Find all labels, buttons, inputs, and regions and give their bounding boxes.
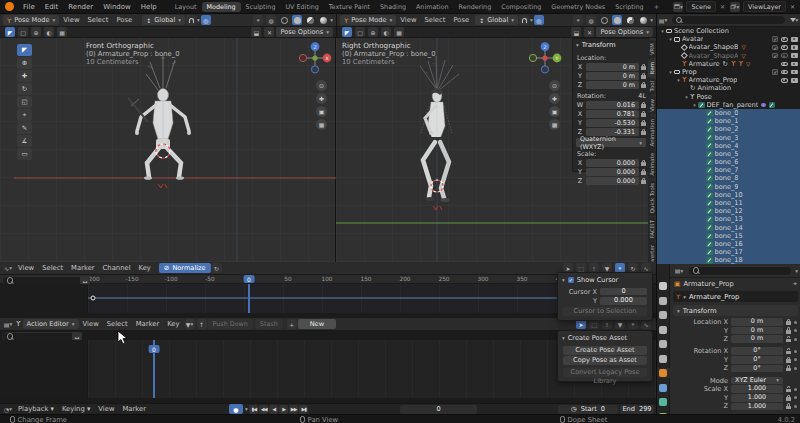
nav-gizmo-front[interactable]: X Z bbox=[297, 42, 333, 76]
sidebar-tab-vrm[interactable]: VRM bbox=[648, 40, 656, 58]
toolbar-tool-6[interactable]: ✎ bbox=[17, 122, 32, 134]
outliner-item-def_fan_parent[interactable]: ▾DEF_fan_parent bbox=[657, 101, 800, 109]
outliner-item-bone_3[interactable]: bone_3 bbox=[657, 133, 800, 141]
proportional-editing-icon[interactable]: ◎ bbox=[201, 15, 211, 25]
transform-orientation-dropdown[interactable]: ↕Global▾ bbox=[142, 15, 185, 25]
tool-settings-icon-1[interactable]: ▢ bbox=[18, 27, 28, 37]
property-field[interactable]: 0 m bbox=[731, 318, 783, 326]
cursor-y-field[interactable]: 0.000 bbox=[600, 297, 647, 305]
lock-icon[interactable] bbox=[786, 321, 791, 325]
jump-to-end-button[interactable]: ▶▮ bbox=[299, 405, 308, 414]
frame-start-field[interactable]: ◷ Start0 bbox=[558, 405, 618, 414]
output-properties-tab[interactable] bbox=[657, 310, 670, 320]
scene-properties-tab[interactable] bbox=[657, 339, 670, 349]
lock-icon[interactable] bbox=[786, 397, 791, 401]
tool-settings-icon-0[interactable]: ◤ bbox=[5, 27, 15, 37]
new-action-plus-icon[interactable]: + bbox=[287, 319, 297, 329]
browse-scene-icon[interactable]: 🗔▾ bbox=[673, 2, 683, 12]
workspace-tab-texture-paint[interactable]: Texture Paint bbox=[324, 2, 375, 12]
properties-search-input[interactable] bbox=[688, 266, 792, 276]
lock-icon[interactable] bbox=[641, 180, 646, 184]
timeline-menu-keying[interactable]: Keying ▾ bbox=[58, 405, 94, 413]
panel-collapse-icon[interactable]: ▾ bbox=[562, 335, 565, 341]
timeline-menu-marker[interactable]: Marker bbox=[118, 405, 150, 413]
outliner-item-prop[interactable]: ▾Prop✓ bbox=[657, 68, 800, 76]
hide-eye-icon[interactable] bbox=[781, 62, 788, 67]
play-reverse-button[interactable]: ◀ bbox=[269, 405, 278, 414]
normalize-refresh-icon[interactable]: ↻ bbox=[212, 263, 222, 273]
dope-menu-view[interactable]: View bbox=[79, 320, 103, 328]
show-cursor-checkbox[interactable]: ✓ bbox=[568, 277, 574, 283]
animate-dot-icon[interactable] bbox=[794, 367, 797, 370]
disclosure-icon[interactable]: ▾ bbox=[667, 36, 674, 42]
sidebar-tab-faceit[interactable]: FACEIT bbox=[648, 217, 656, 241]
graph-editor-type-icon[interactable]: ∿▾ bbox=[3, 263, 13, 273]
tool-settings-icon-4[interactable]: ▦ bbox=[57, 27, 67, 37]
blender-logo-icon[interactable] bbox=[5, 2, 14, 11]
properties-editor-type-icon[interactable]: ▤▾ bbox=[674, 266, 684, 276]
dope-cursor-select-icon[interactable]: ➤ bbox=[576, 319, 586, 329]
lock-icon[interactable] bbox=[786, 359, 791, 363]
pin-icon[interactable]: ⌖ bbox=[793, 280, 797, 288]
outliner-item-bone_18[interactable]: bone_18 bbox=[657, 256, 800, 264]
hide-eye-icon[interactable] bbox=[781, 70, 788, 75]
properties-options-icon[interactable]: ▾ bbox=[795, 268, 798, 274]
outliner-item-bone_6[interactable]: bone_6 bbox=[657, 158, 800, 166]
lock-icon[interactable] bbox=[786, 368, 791, 372]
property-field[interactable]: 0° bbox=[731, 347, 783, 355]
outliner-item-armature_prop[interactable]: ▾ϒArmature_Prop bbox=[657, 76, 800, 84]
new-action-button[interactable]: New bbox=[298, 319, 336, 329]
timeline-editor-type-icon[interactable]: ◔▾ bbox=[3, 404, 13, 414]
shading-rendered-icon[interactable] bbox=[318, 15, 328, 25]
toolbar-tool-5[interactable]: ⌖ bbox=[17, 109, 32, 121]
viewport-front-scene[interactable] bbox=[0, 38, 336, 262]
convert-legacy-pose-library-button[interactable]: Convert Legacy Pose Library bbox=[563, 368, 647, 377]
sidebar-tab-item[interactable]: Item bbox=[648, 59, 656, 77]
scene-name-field[interactable]: Scene bbox=[686, 1, 715, 12]
graph-menu-marker[interactable]: Marker bbox=[67, 264, 99, 272]
outliner-item-armature[interactable]: ϒArmature↻ϒϒ▽ bbox=[657, 60, 800, 68]
gizmo-toggle-icon[interactable]: ⌖ bbox=[573, 15, 583, 25]
animate-dot-icon[interactable] bbox=[794, 358, 797, 361]
outliner-item-bone_16[interactable]: bone_16 bbox=[657, 240, 800, 248]
disclosure-icon[interactable]: ▾ bbox=[659, 28, 666, 34]
rotation-lock-badge[interactable]: 4L bbox=[638, 92, 646, 100]
clear-constraints-icon[interactable]: ✕ bbox=[584, 27, 594, 37]
nav-gizmo-right[interactable]: Y Z bbox=[527, 42, 563, 76]
property-field[interactable]: XYZ Euler▾ bbox=[731, 377, 783, 385]
workspace-tab-layout[interactable]: Layout bbox=[170, 2, 202, 12]
tool-settings-icon-2[interactable]: ⊕ bbox=[31, 27, 41, 37]
outliner-search-input[interactable] bbox=[671, 15, 786, 25]
hide-eye-closed-icon[interactable] bbox=[781, 53, 788, 58]
viewport-move-button[interactable]: ✚ bbox=[549, 93, 560, 104]
mode-dropdown[interactable]: ϒPose Mode▾ bbox=[3, 15, 59, 25]
proportional-editing-icon[interactable]: ◎ bbox=[534, 15, 544, 25]
shading-rendered-icon[interactable] bbox=[638, 15, 648, 25]
scene-unlink-icon[interactable]: ✕ bbox=[718, 3, 727, 10]
location-x-field[interactable]: 0 m bbox=[586, 63, 639, 71]
physics-properties-tab[interactable] bbox=[657, 397, 670, 407]
outliner-item-bone_13[interactable]: bone_13 bbox=[657, 215, 800, 223]
outliner-item-bone_5[interactable]: bone_5 bbox=[657, 150, 800, 158]
graph-menu-key[interactable]: Key bbox=[135, 264, 155, 272]
action-filter-dropdown[interactable]: ▼▾ bbox=[185, 319, 195, 329]
toolbar-tool-3[interactable]: ↻ bbox=[17, 83, 32, 95]
outliner-item-bone_11[interactable]: bone_11 bbox=[657, 199, 800, 207]
tool-settings-icon-3[interactable]: ◐ bbox=[381, 27, 391, 37]
workspace-tab-rendering[interactable]: Rendering bbox=[454, 2, 497, 12]
workspace-tab-modeling[interactable]: Modeling bbox=[202, 2, 241, 12]
property-field[interactable]: 0° bbox=[731, 365, 783, 373]
property-field[interactable]: 0 m bbox=[731, 335, 783, 343]
topbar-menu-edit[interactable]: Edit bbox=[40, 3, 64, 11]
dope-editor-type-icon[interactable]: ▤▾ bbox=[3, 319, 13, 329]
shading-wire-icon[interactable] bbox=[279, 15, 289, 25]
outliner-item-avatar_shapeb[interactable]: Avatar_ShapeB▽✓ bbox=[657, 43, 800, 51]
animate-dot-icon[interactable] bbox=[794, 338, 797, 341]
unlink-action-icon[interactable]: ↑ bbox=[197, 319, 207, 329]
disclosure-icon[interactable]: ▾ bbox=[691, 102, 698, 108]
keying-dropdown-icon[interactable]: ▾ bbox=[245, 406, 248, 412]
scale-z-field[interactable]: 0.000 bbox=[586, 177, 639, 185]
dope-sheet-channels[interactable] bbox=[0, 340, 88, 398]
sidebar-tab-view[interactable]: View bbox=[648, 96, 656, 115]
viewport-camera-button[interactable]: ▣ bbox=[549, 106, 560, 117]
